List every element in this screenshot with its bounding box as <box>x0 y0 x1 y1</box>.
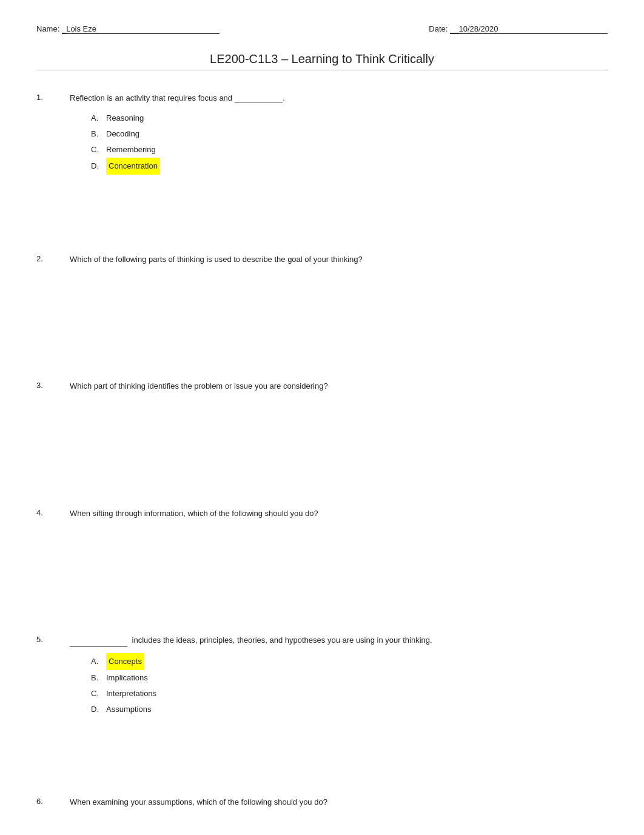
answer-spacer-sm <box>36 175 608 235</box>
answer-spacer-sm <box>36 717 608 778</box>
answer-options-1: A.ReasoningB.DecodingC.RememberingD.Conc… <box>91 110 608 175</box>
question-row-3: 3.Which part of thinking identifies the … <box>36 380 608 392</box>
option-label: D. <box>91 158 106 174</box>
name-value: _Lois Eze <box>62 24 220 34</box>
question-number-5: 5. <box>36 634 70 644</box>
question-text-6: When examining your assumptions, which o… <box>70 796 608 808</box>
blank-field-5 <box>70 634 127 647</box>
question-block-2: 2.Which of the following parts of thinki… <box>36 253 608 363</box>
option-text: Implications <box>106 670 148 686</box>
answer-spacer <box>36 271 608 362</box>
option-text: Assumptions <box>106 702 151 717</box>
question-block-4: 4.When sifting through information, whic… <box>36 508 608 617</box>
question-number-4: 4. <box>36 508 70 517</box>
question-number-6: 6. <box>36 796 70 806</box>
option-label: A. <box>91 654 106 669</box>
answer-options-5: A.ConceptsB.ImplicationsC.Interpretation… <box>91 653 608 717</box>
page-title: LE200-C1L3 – Learning to Think Criticall… <box>36 52 608 70</box>
name-label: Name: <box>36 24 59 33</box>
option-text: Concentration <box>106 158 160 175</box>
header: Name: _Lois Eze Date: __10/28/2020 <box>36 24 608 34</box>
answer-spacer <box>36 525 608 616</box>
answer-option-5-1: A.Concepts <box>91 653 608 670</box>
answer-option-5-4: D.Assumptions <box>91 702 608 717</box>
option-label: C. <box>91 142 106 158</box>
question-number-3: 3. <box>36 380 70 390</box>
answer-spacer <box>36 398 608 489</box>
question-number-2: 2. <box>36 253 70 263</box>
question-text-5: includes the ideas, principles, theories… <box>70 634 608 647</box>
date-section: Date: __10/28/2020 <box>429 24 608 34</box>
question-row-1: 1.Reflection is an activity that require… <box>36 92 608 104</box>
question-block-3: 3.Which part of thinking identifies the … <box>36 380 608 489</box>
answer-option-5-3: C.Interpretations <box>91 686 608 702</box>
option-text: Remembering <box>106 142 156 158</box>
question-text-3: Which part of thinking identifies the pr… <box>70 380 608 392</box>
option-label: B. <box>91 670 106 686</box>
option-text: Concepts <box>106 653 144 670</box>
option-label: C. <box>91 686 106 702</box>
answer-option-1-2: B.Decoding <box>91 126 608 142</box>
question-number-1: 1. <box>36 92 70 102</box>
option-text: Interpretations <box>106 686 156 702</box>
option-text: Decoding <box>106 126 139 142</box>
question-row-5: 5. includes the ideas, principles, theor… <box>36 634 608 647</box>
answer-option-1-4: D.Concentration <box>91 158 608 175</box>
question-row-4: 4.When sifting through information, whic… <box>36 508 608 520</box>
question-block-1: 1.Reflection is an activity that require… <box>36 92 608 235</box>
answer-option-5-2: B.Implications <box>91 670 608 686</box>
question-text-2: Which of the following parts of thinking… <box>70 253 608 266</box>
questions-container: 1.Reflection is an activity that require… <box>36 92 608 808</box>
option-text: Reasoning <box>106 110 144 126</box>
question-text-4: When sifting through information, which … <box>70 508 608 520</box>
question-row-6: 6.When examining your assumptions, which… <box>36 796 608 808</box>
question-block-6: 6.When examining your assumptions, which… <box>36 796 608 808</box>
date-label: Date: <box>429 24 448 33</box>
date-value: __10/28/2020 <box>450 24 608 34</box>
answer-option-1-1: A.Reasoning <box>91 110 608 126</box>
answer-option-1-3: C.Remembering <box>91 142 608 158</box>
option-label: D. <box>91 702 106 717</box>
option-label: A. <box>91 110 106 126</box>
question-row-2: 2.Which of the following parts of thinki… <box>36 253 608 266</box>
option-label: B. <box>91 126 106 142</box>
question-block-5: 5. includes the ideas, principles, theor… <box>36 634 608 778</box>
name-section: Name: _Lois Eze <box>36 24 220 34</box>
question-text-1: Reflection is an activity that requires … <box>70 92 608 104</box>
